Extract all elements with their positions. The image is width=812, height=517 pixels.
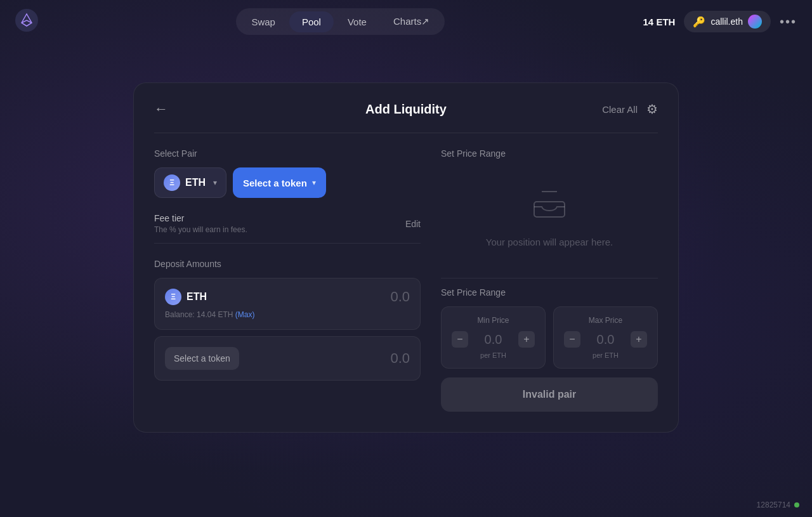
block-status-dot <box>794 502 799 507</box>
fee-tier-info: Fee tier The % you will earn in fees. <box>154 213 247 234</box>
right-column: Set Price Range Your position will appea… <box>441 148 658 412</box>
tab-swap[interactable]: Swap <box>239 11 288 32</box>
token2-deposit-section: Select a token 0.0 <box>154 336 421 381</box>
card-body: Select Pair Ξ ETH ▾ Select a token ▾ <box>154 148 658 412</box>
min-price-label: Min Price <box>452 316 535 325</box>
svg-rect-1 <box>534 202 565 217</box>
fee-tier-section: Fee tier The % you will earn in fees. Ed… <box>154 213 421 244</box>
eth-deposit-name: ETH <box>187 291 207 303</box>
divider <box>154 133 658 133</box>
min-price-value[interactable]: 0.0 <box>485 332 502 347</box>
select-token2-chevron-icon: ▾ <box>312 178 316 187</box>
token2-deposit-amount[interactable]: 0.0 <box>390 350 410 367</box>
inbox-icon <box>532 189 567 226</box>
position-placeholder-text: Your position will appear here. <box>486 237 613 247</box>
back-button[interactable]: ← <box>154 101 168 117</box>
max-price-label: Max Price <box>564 316 647 325</box>
fee-tier-desc: The % you will earn in fees. <box>154 225 247 234</box>
tab-charts[interactable]: Charts↗ <box>381 11 442 32</box>
set-price-range-bottom-label: Set Price Range <box>441 278 658 298</box>
wallet-info[interactable]: 🔑 callil.eth <box>684 11 771 32</box>
select-token2-button[interactable]: Select a token ▾ <box>233 167 326 198</box>
wallet-emoji: 🔑 <box>693 16 705 28</box>
eth-icon: Ξ <box>164 174 180 191</box>
clear-all-button[interactable]: Clear All <box>602 104 638 115</box>
min-price-increase-button[interactable]: + <box>518 331 535 348</box>
nav-right: 14 ETH 🔑 callil.eth ••• <box>643 11 797 32</box>
select-pair-label: Select Pair <box>154 148 421 159</box>
eth-balance: 14 ETH <box>643 16 676 27</box>
more-button[interactable]: ••• <box>780 15 797 29</box>
token1-select[interactable]: Ξ ETH ▾ <box>154 167 226 198</box>
nav-tabs: Swap Pool Vote Charts↗ <box>236 8 445 35</box>
price-inputs: Min Price − 0.0 + per ETH Max Price − <box>441 306 658 369</box>
max-price-decrease-button[interactable]: − <box>564 331 580 348</box>
tab-vote[interactable]: Vote <box>335 11 379 32</box>
wallet-name: callil.eth <box>710 16 743 27</box>
select-token2-label: Select a token <box>243 178 307 188</box>
block-number-text: 12825714 <box>757 501 790 509</box>
fee-tier-title: Fee tier <box>154 213 247 223</box>
eth-token-info: Ξ ETH <box>165 289 207 305</box>
wallet-avatar <box>748 15 762 29</box>
max-price-increase-button[interactable]: + <box>631 331 647 348</box>
eth-deposit-amount[interactable]: 0.0 <box>390 289 410 305</box>
set-price-range-top-label: Set Price Range <box>441 148 658 159</box>
max-price-value[interactable]: 0.0 <box>597 332 615 347</box>
add-liquidity-card: ← Add Liquidity Clear All ⚙ Select Pair … <box>133 82 679 433</box>
settings-button[interactable]: ⚙ <box>646 101 658 117</box>
page-title: Add Liquidity <box>365 102 447 117</box>
min-price-decrease-button[interactable]: − <box>452 331 468 348</box>
card-actions: Clear All ⚙ <box>602 101 658 117</box>
navbar: Swap Pool Vote Charts↗ 14 ETH 🔑 callil.e… <box>0 0 812 43</box>
min-price-unit: per ETH <box>452 351 535 359</box>
min-price-row: − 0.0 + <box>452 331 535 348</box>
select-token2-deposit-button[interactable]: Select a token <box>165 347 239 370</box>
min-price-box: Min Price − 0.0 + per ETH <box>441 306 546 369</box>
eth-balance-text: Balance: 14.04 ETH <box>165 310 233 319</box>
token1-chevron-icon: ▾ <box>213 178 217 187</box>
eth-balance-row: Balance: 14.04 ETH (Max) <box>165 310 410 319</box>
token1-name: ETH <box>185 177 206 188</box>
left-column: Select Pair Ξ ETH ▾ Select a token ▾ <box>154 148 421 412</box>
eth-input-top: Ξ ETH 0.0 <box>165 289 410 305</box>
price-range-section: Set Price Range Min Price − 0.0 + per ET… <box>441 278 658 412</box>
eth-deposit-icon: Ξ <box>165 289 181 305</box>
max-price-unit: per ETH <box>564 351 647 359</box>
position-placeholder: Your position will appear here. <box>441 169 658 268</box>
block-number: 12825714 <box>757 501 799 509</box>
eth-max-link[interactable]: (Max) <box>235 310 255 319</box>
max-price-box: Max Price − 0.0 + per ETH <box>553 306 658 369</box>
fee-tier-edit-button[interactable]: Edit <box>405 219 421 229</box>
max-price-row: − 0.0 + <box>564 331 647 348</box>
logo[interactable] <box>15 9 38 34</box>
eth-deposit-input: Ξ ETH 0.0 Balance: 14.04 ETH (Max) <box>154 278 421 330</box>
deposit-label: Deposit Amounts <box>154 259 421 269</box>
tab-pool[interactable]: Pool <box>289 11 334 32</box>
pair-selectors: Ξ ETH ▾ Select a token ▾ <box>154 167 421 198</box>
invalid-pair-button: Invalid pair <box>441 377 658 412</box>
fee-tier-header: Fee tier The % you will earn in fees. Ed… <box>154 213 421 244</box>
card-header: ← Add Liquidity Clear All ⚙ <box>154 101 658 117</box>
